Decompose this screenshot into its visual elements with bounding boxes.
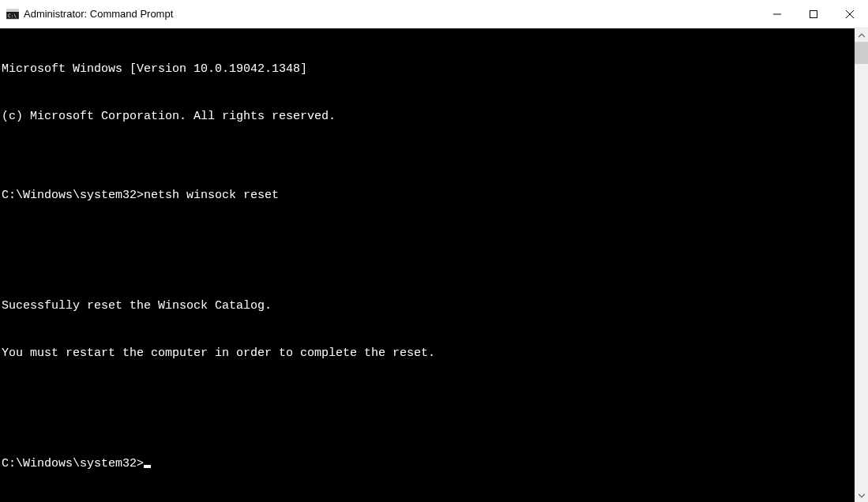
svg-rect-1 bbox=[6, 9, 19, 12]
maximize-button[interactable] bbox=[795, 0, 832, 28]
vertical-scrollbar[interactable] bbox=[855, 28, 868, 502]
svg-rect-4 bbox=[810, 11, 817, 18]
terminal-content[interactable]: Microsoft Windows [Version 10.0.19042.13… bbox=[0, 28, 855, 502]
terminal-prompt: C:\Windows\system32> bbox=[2, 457, 144, 470]
terminal-line: (c) Microsoft Corporation. All rights re… bbox=[2, 109, 855, 125]
scroll-down-button[interactable] bbox=[855, 489, 868, 502]
scroll-thumb[interactable] bbox=[855, 42, 868, 64]
window-titlebar: C:\ Administrator: Command Prompt bbox=[0, 0, 868, 28]
svg-text:C:\: C:\ bbox=[8, 13, 17, 18]
terminal-line: You must restart the computer in order t… bbox=[2, 346, 855, 362]
terminal-line: C:\Windows\system32>netsh winsock reset bbox=[2, 188, 855, 204]
cursor-icon bbox=[144, 465, 151, 468]
titlebar-left: C:\ Administrator: Command Prompt bbox=[6, 8, 173, 21]
terminal-line: Microsoft Windows [Version 10.0.19042.13… bbox=[2, 62, 855, 77]
cmd-icon: C:\ bbox=[6, 8, 19, 21]
scroll-track[interactable] bbox=[855, 42, 868, 489]
terminal-prompt-line: C:\Windows\system32> bbox=[2, 456, 855, 472]
window-controls bbox=[759, 0, 868, 28]
window-title: Administrator: Command Prompt bbox=[24, 8, 173, 20]
close-button[interactable] bbox=[832, 0, 868, 28]
minimize-button[interactable] bbox=[759, 0, 795, 28]
terminal-line: Sucessfully reset the Winsock Catalog. bbox=[2, 298, 855, 314]
scroll-up-button[interactable] bbox=[855, 28, 868, 42]
terminal-area: Microsoft Windows [Version 10.0.19042.13… bbox=[0, 28, 868, 502]
